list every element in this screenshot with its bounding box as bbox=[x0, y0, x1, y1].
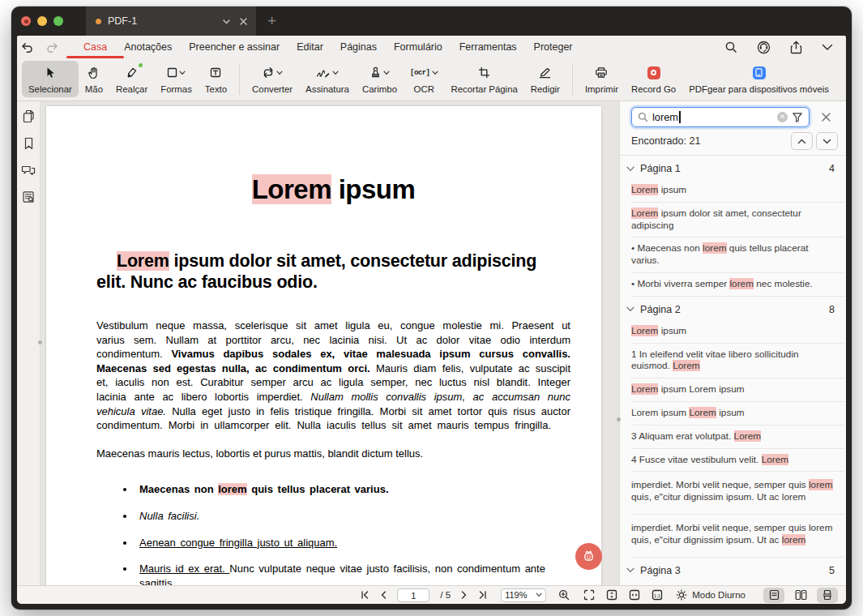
record-go-icon bbox=[647, 65, 660, 80]
previous-result-button[interactable] bbox=[791, 132, 813, 150]
doc-heading: Lorem ipsum dolor sit amet, consectetur … bbox=[96, 250, 546, 293]
search-result-row[interactable]: Lorem ipsum Lorem ipsum bbox=[631, 379, 844, 402]
chevron-down-icon bbox=[536, 592, 542, 597]
section-pagina-3[interactable]: Página 3 5 bbox=[620, 558, 846, 581]
search-result-row[interactable]: Lorem ipsum bbox=[631, 320, 844, 344]
new-tab-button[interactable]: + bbox=[267, 13, 276, 30]
tool-pdfgear-mobile[interactable]: PDFgear para dispositivos móveis bbox=[682, 61, 835, 97]
tool-formas[interactable]: Formas bbox=[154, 61, 199, 97]
tool-texto[interactable]: Texto bbox=[199, 61, 233, 97]
tab-paginas[interactable]: Páginas bbox=[340, 36, 377, 58]
search-icon[interactable] bbox=[724, 41, 737, 53]
two-page-view-button[interactable] bbox=[790, 588, 811, 603]
filter-icon[interactable] bbox=[792, 112, 803, 123]
next-page-icon[interactable] bbox=[461, 591, 468, 599]
collapse-toolbar-icon[interactable] bbox=[822, 44, 833, 51]
tool-recortar-pagina[interactable]: Recortar Página bbox=[445, 61, 524, 97]
titlebar: PDF-1 + bbox=[11, 6, 852, 36]
search-result-row[interactable]: imperdiet. Morbi velit neque, semper qui… bbox=[631, 472, 844, 515]
doc-bullet: Aenean congue fringilla justo ut aliquam… bbox=[135, 536, 570, 550]
panel-resize-handle[interactable] bbox=[617, 417, 621, 421]
zoom-window-button[interactable] bbox=[53, 16, 63, 26]
day-mode-icon[interactable] bbox=[676, 589, 687, 601]
comments-icon[interactable] bbox=[21, 164, 36, 177]
single-page-view-button[interactable] bbox=[763, 588, 784, 603]
search-result-row[interactable]: Lorem ipsum Lorem ipsum bbox=[631, 402, 844, 426]
section-count: 5 bbox=[829, 565, 835, 576]
hand-icon bbox=[88, 65, 100, 80]
tab-preencher-e-assinar[interactable]: Preencher e assinar bbox=[189, 36, 280, 58]
clear-search-icon[interactable]: ✕ bbox=[777, 112, 788, 122]
tab-editar[interactable]: Editar bbox=[297, 36, 323, 58]
search-result-row[interactable]: Lorem ipsum bbox=[631, 179, 844, 203]
assistant-robot-button[interactable] bbox=[575, 543, 602, 570]
tool-imprimir[interactable]: Imprimir bbox=[579, 61, 625, 97]
support-icon[interactable] bbox=[757, 41, 771, 54]
zoom-in-icon[interactable] bbox=[558, 589, 570, 601]
next-result-button[interactable] bbox=[816, 132, 838, 150]
section-pagina-2[interactable]: Página 2 8 bbox=[620, 297, 846, 320]
fit-width-icon[interactable] bbox=[629, 589, 640, 601]
signatures-panel-icon[interactable] bbox=[22, 190, 35, 203]
search-result-row[interactable]: • Morbi viverra semper lorem nec molesti… bbox=[631, 273, 844, 297]
chevron-down-icon bbox=[626, 567, 634, 573]
tool-redigir[interactable]: Redigir bbox=[524, 61, 566, 97]
undo-icon[interactable] bbox=[20, 41, 34, 53]
fit-height-icon[interactable] bbox=[606, 589, 617, 601]
tab-ferramentas[interactable]: Ferramentas bbox=[459, 36, 517, 58]
tab-title: PDF-1 bbox=[108, 15, 214, 27]
tool-realcar[interactable]: Realçar bbox=[109, 61, 154, 97]
minimize-window-button[interactable] bbox=[37, 16, 47, 26]
doc-bullet: Maecenas non lorem quis tellus placerat … bbox=[135, 482, 570, 497]
tool-mao[interactable]: Mão bbox=[79, 61, 109, 97]
zoom-select[interactable]: 119% bbox=[501, 588, 546, 602]
tool-record-go[interactable]: Record Go bbox=[625, 61, 682, 97]
tab-close-icon[interactable] bbox=[239, 17, 248, 26]
section-pagina-1[interactable]: Página 1 4 bbox=[620, 156, 846, 179]
document-viewport[interactable]: Lorem ipsum Lorem ipsum dolor sit amet, … bbox=[41, 101, 619, 585]
tool-assinatura[interactable]: Assinatura bbox=[299, 61, 356, 97]
text-icon bbox=[210, 65, 221, 80]
thumbnails-icon[interactable] bbox=[22, 109, 36, 123]
document-tab[interactable]: PDF-1 bbox=[86, 6, 256, 36]
previous-page-icon[interactable] bbox=[380, 591, 387, 599]
actual-size-icon[interactable]: 1:1 bbox=[652, 589, 663, 601]
bookmarks-icon[interactable] bbox=[23, 137, 35, 150]
traffic-lights bbox=[11, 16, 75, 26]
search-result-row[interactable]: Lorem ipsum bbox=[631, 581, 844, 585]
tool-carimbo[interactable]: Carimbo bbox=[356, 61, 404, 97]
tab-formulario[interactable]: Formulário bbox=[394, 36, 442, 58]
share-icon[interactable] bbox=[790, 41, 802, 54]
search-result-row[interactable]: imperdiet. Morbi velit neque, semper qui… bbox=[631, 515, 844, 558]
search-result-row[interactable]: 3 Aliquam erat volutpat. Lorem bbox=[631, 426, 844, 449]
search-result-row[interactable]: • Maecenas non lorem quis tellus placera… bbox=[631, 237, 844, 273]
redo-icon[interactable] bbox=[45, 41, 59, 53]
continuous-view-button[interactable] bbox=[817, 588, 838, 603]
doc-bullet: Nulla facilisi. bbox=[135, 509, 570, 524]
search-input[interactable]: lorem ✕ bbox=[631, 107, 810, 127]
first-page-icon[interactable] bbox=[361, 591, 370, 599]
tool-selecionar[interactable]: Selecionar bbox=[22, 61, 79, 97]
panel-divider[interactable] bbox=[619, 101, 620, 585]
close-window-button[interactable] bbox=[21, 16, 31, 26]
last-page-icon[interactable] bbox=[478, 591, 487, 599]
tab-casa[interactable]: Casa bbox=[83, 36, 107, 58]
view-mode-label[interactable]: Modo Diurno bbox=[692, 590, 746, 600]
page-number-input[interactable]: 1 bbox=[397, 588, 429, 602]
close-search-panel-icon[interactable] bbox=[821, 112, 831, 122]
ribbon-right-icons bbox=[724, 41, 833, 54]
search-result-row[interactable]: Lorem ipsum dolor sit amet, consectetur … bbox=[631, 203, 844, 238]
search-result-row[interactable]: 1 In eleifend velit vitae libero sollici… bbox=[631, 344, 844, 379]
tool-ocr[interactable]: [ocr] OCR bbox=[404, 61, 445, 97]
search-result-row[interactable]: 4 Fusce vitae vestibulum velit. Lorem bbox=[631, 449, 844, 473]
tool-converter[interactable]: Converter bbox=[246, 61, 299, 97]
fullscreen-icon[interactable] bbox=[583, 589, 595, 601]
tab-chevron-icon[interactable] bbox=[222, 17, 231, 26]
sidebar-resize-handle[interactable] bbox=[38, 340, 42, 344]
tab-anotacoes[interactable]: Anotações bbox=[124, 36, 172, 58]
unsaved-dot bbox=[96, 19, 101, 24]
tab-proteger[interactable]: Proteger bbox=[534, 36, 573, 58]
cursor-icon bbox=[44, 65, 56, 80]
search-icon bbox=[638, 112, 648, 122]
ribbon-tabs: Casa Anotações Preencher e assinar Edita… bbox=[83, 36, 573, 58]
